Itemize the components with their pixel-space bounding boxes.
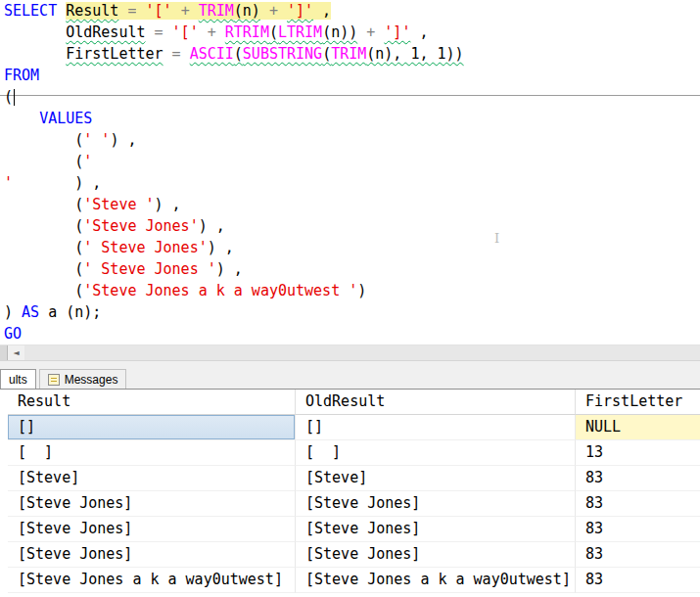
editor-line-2[interactable]: OldResult = '[' + RTRIM(LTRIM(n)) + ']' … [4,22,700,43]
editor-line-10[interactable]: ('Steve ') , [4,194,700,215]
code-token: VALUES [39,110,92,127]
grid-cell[interactable]: 83 [576,568,700,593]
code-token [216,23,225,41]
tab-messages[interactable]: Messages [39,369,127,389]
grid-cell[interactable]: 83 [576,542,700,568]
code-token: TRIM [199,2,234,20]
code-token: OldResult [66,23,145,41]
code-token: RTRIM [225,23,269,41]
grid-cell[interactable]: [ ] [8,440,296,466]
editor-line-14[interactable]: ('Steve Jones a k a way0utwest ') [4,280,700,301]
code-token: '[' [172,23,199,41]
code-token: = [155,23,163,41]
grid-cell[interactable]: 83 [576,466,700,491]
editor-line-16[interactable]: GO [4,323,700,344]
grid-cell[interactable]: [Steve] [8,466,296,491]
grid-cell[interactable]: [] [8,415,296,440]
editor-line-12[interactable]: (' Steve Jones') , [4,237,700,258]
code-token [172,2,181,20]
horizontal-scrollbar[interactable]: ◄ [0,344,700,360]
splitter-handle[interactable] [0,345,8,360]
tab-messages-label: Messages [65,373,118,387]
grid-cell[interactable]: [Steve] [296,466,576,491]
grid-cell[interactable]: [ ] [296,440,576,466]
grid-cell[interactable]: [Steve Jones a k a way0utwest] [8,568,296,593]
editor-line-4[interactable]: FROM [4,65,700,86]
scroll-left-arrow-icon[interactable]: ◄ [8,345,24,360]
code-editor[interactable]: SELECT Result = '[' + TRIM(n) + ']' , Ol… [0,0,700,344]
code-token: + [181,2,190,20]
code-token: ' ' [83,131,110,149]
tab-results[interactable]: ults [0,369,36,389]
code-token: ( [269,23,278,41]
tab-results-label: ults [9,373,27,387]
mouse-ibeam-cursor: I [494,231,499,246]
code-token: GO [4,325,22,343]
editor-line-13[interactable]: (' Steve Jones ') , [4,258,700,280]
code-token: 'Steve Jones a k a way0utwest ' [83,282,357,299]
grid-cell[interactable]: [Steve Jones] [296,491,576,517]
code-token [260,2,269,20]
grid-cell[interactable]: [] [296,415,576,440]
grid-cell[interactable]: 83 [576,517,700,542]
code-token: (n), 1, 1)) [366,45,463,63]
grid-cell[interactable]: 83 [576,491,700,517]
code-token: (n) [234,2,260,20]
editor-line-1[interactable]: SELECT Result = '[' + TRIM(n) + ']' , [4,0,700,22]
grid-cell[interactable]: NULL [576,415,700,440]
editor-line-9[interactable]: ' ) , [4,172,700,194]
editor-line-15[interactable]: ) AS a (n); [4,301,700,323]
code-token [375,23,384,41]
code-token: 'Steve Jones' [83,217,198,235]
editor-lines: SELECT Result = '[' + TRIM(n) + ']' , Ol… [0,0,700,344]
code-token: ( [4,217,83,235]
code-token: + [208,23,216,41]
editor-line-6[interactable]: VALUES [4,108,700,129]
grid-cell[interactable]: [Steve Jones] [296,542,576,568]
column-header-oldresult[interactable]: OldResult [296,390,576,415]
code-token: , [313,2,331,20]
grid-row-5: [Steve Jones][Steve Jones]83 [8,517,700,542]
code-token [146,23,155,41]
grid-row-3: [Steve][Steve]83 [8,466,700,491]
code-token: FROM [4,67,39,84]
code-token: LTRIM [278,23,322,41]
code-token: FirstLetter [66,45,163,63]
editor-line-5[interactable]: ( [4,86,700,108]
code-token: Result [66,2,118,20]
code-token [136,2,145,20]
grid-cell[interactable]: 13 [576,440,700,466]
code-token: SUBSTRING [243,45,322,63]
grid-row-4: [Steve Jones][Steve Jones]83 [8,491,700,517]
column-header-firstletter[interactable]: FirstLetter [576,390,700,415]
editor-caret [14,89,15,106]
editor-line-8[interactable]: (' [4,151,700,172]
grid-cell[interactable]: [Steve Jones] [8,491,296,517]
grid-cell[interactable]: [Steve Jones] [296,517,576,542]
column-header-result[interactable]: Result [8,390,296,415]
code-token: ( [4,260,83,278]
code-token: ) [4,303,22,321]
code-token [181,45,190,63]
grid-cell[interactable]: [Steve Jones] [8,542,296,568]
code-token: ) , [74,174,101,192]
code-token: ( [234,45,243,63]
grid-row-1: [][]NULL [8,415,700,440]
scrollbar-thumb[interactable] [24,345,700,360]
code-token: ' [4,174,13,192]
code-token: ' Steve Jones ' [83,260,215,278]
grid-cell[interactable]: [Steve Jones] [8,517,296,542]
code-token: ( [4,88,13,106]
code-token: ( [4,196,83,213]
code-token: ) [357,282,366,299]
grid-header-row: ResultOldResultFirstLetter [8,390,700,415]
code-token: + [269,2,278,20]
editor-line-7[interactable]: (' ') , [4,129,700,151]
code-token [163,45,172,63]
grid-row-7: [Steve Jones a k a way0utwest][Steve Jon… [8,568,700,593]
grid-row-2: [ ][ ]13 [8,440,700,466]
grid-body: [][]NULL[ ][ ]13[Steve][Steve]83[Steve J… [8,415,700,593]
editor-line-3[interactable]: FirstLetter = ASCII(SUBSTRING(TRIM(n), 1… [4,43,700,65]
grid-cell[interactable]: [Steve Jones a k a way0utwest] [296,568,576,593]
editor-line-11[interactable]: ('Steve Jones') , [4,215,700,237]
